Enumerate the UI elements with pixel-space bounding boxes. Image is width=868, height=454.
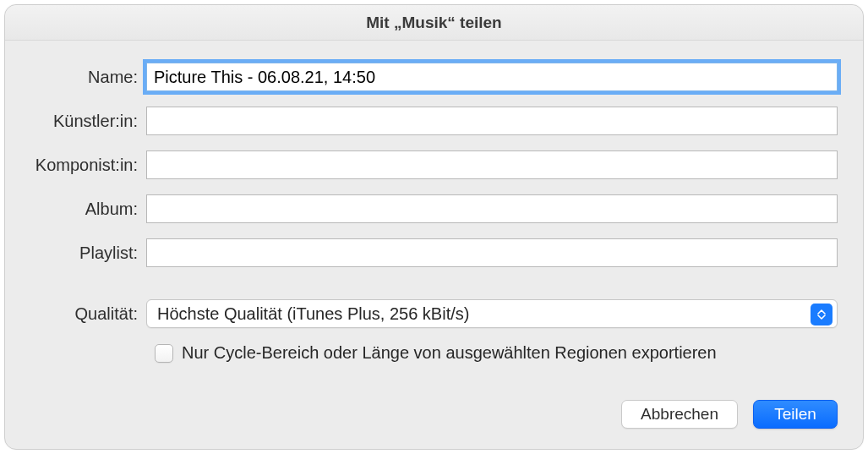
artist-label: Künstler:in: [15, 112, 146, 131]
playlist-label: Playlist: [15, 243, 146, 263]
quality-selected-value: Höchste Qualität (iTunes Plus, 256 kBit/… [157, 304, 469, 324]
artist-field[interactable] [146, 107, 838, 135]
quality-select[interactable]: Höchste Qualität (iTunes Plus, 256 kBit/… [146, 299, 838, 328]
dialog-body: Name: Künstler:in: Komponist:in: Album: [5, 41, 863, 363]
quality-label: Qualität: [15, 304, 146, 324]
cycle-export-checkbox[interactable] [155, 344, 173, 363]
album-field[interactable] [146, 194, 838, 223]
playlist-field[interactable] [146, 238, 838, 267]
composer-field[interactable] [146, 150, 838, 179]
name-field[interactable] [146, 63, 838, 91]
cancel-button[interactable]: Abbrechen [621, 400, 738, 429]
dialog-title: Mit „Musik“ teilen [5, 5, 863, 41]
name-label: Name: [15, 68, 146, 87]
share-button[interactable]: Teilen [753, 400, 838, 429]
composer-label: Komponist:in: [15, 156, 146, 175]
album-label: Album: [15, 200, 146, 219]
cycle-export-label: Nur Cycle-Bereich oder Länge von ausgewä… [182, 343, 717, 363]
select-stepper-icon [811, 304, 833, 325]
share-dialog: Mit „Musik“ teilen Name: Künstler:in: Ko… [4, 4, 864, 450]
dialog-footer: Abbrechen Teilen [621, 400, 838, 429]
